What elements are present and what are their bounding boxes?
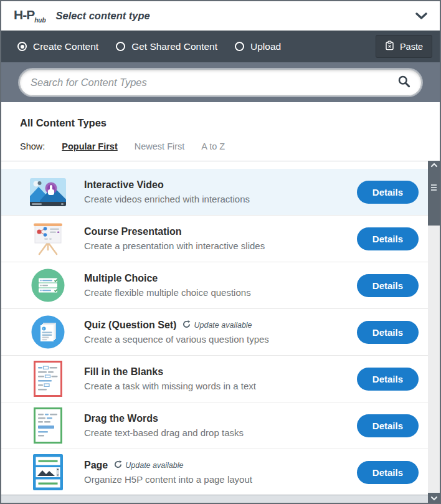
scroll-down-icon: [430, 492, 438, 503]
search-input[interactable]: [31, 77, 397, 88]
content-type-row[interactable]: Fill in the Blanks Update available Crea…: [1, 356, 428, 402]
scrollbar-grip-icon: [428, 184, 440, 191]
row-text: Fill in the Blanks Update available Crea…: [84, 366, 348, 391]
content-type-description: Create a task with missing words in a te…: [84, 381, 348, 391]
radio-circle-icon: [17, 42, 27, 51]
quiz-question-set-icon: [29, 315, 67, 349]
refresh-icon: [183, 320, 191, 330]
sort-a-to-z[interactable]: A to Z: [201, 141, 225, 151]
content-type-row[interactable]: Interactive Video Update available Creat…: [1, 169, 428, 216]
content-type-description: Create a sequence of various question ty…: [84, 334, 348, 345]
content-type-title: Course Presentation: [84, 226, 181, 237]
content-type-title: Multiple Choice: [84, 273, 158, 284]
show-label: Show:: [20, 141, 45, 151]
content-type-list-wrap: Interactive Video Update available Creat…: [1, 161, 440, 495]
details-button[interactable]: Details: [357, 227, 419, 250]
radio-create-content[interactable]: Create Content: [17, 41, 98, 52]
row-text: Page Update available Organize H5P conte…: [84, 460, 348, 485]
row-text: Multiple Choice Update available Create …: [84, 273, 348, 298]
details-button[interactable]: Details: [357, 274, 419, 297]
content-type-description: Create videos enriched with interactions: [84, 194, 348, 204]
update-label: Update available: [125, 461, 183, 470]
paste-label: Paste: [400, 42, 423, 52]
scroll-up-icon[interactable]: [428, 163, 440, 168]
refresh-icon: [114, 460, 122, 470]
update-badge: Update available: [183, 320, 252, 330]
clipboard-paste-icon: [385, 40, 394, 52]
scroll-down-button[interactable]: [428, 493, 440, 503]
content-type-title: Interactive Video: [84, 179, 164, 191]
toolbar: Create Content Get Shared Content Upload…: [1, 31, 440, 62]
content-type-title: Page: [84, 460, 108, 471]
content-type-row[interactable]: Drag the Words Update available Create t…: [1, 402, 428, 449]
page-icon: [29, 454, 67, 490]
sort-row: Show: Popular First Newest First A to Z: [20, 141, 421, 161]
details-button[interactable]: Details: [357, 461, 419, 484]
content-type-description: Create a presentation with interactive s…: [84, 240, 348, 251]
interactive-video-icon: [29, 178, 67, 206]
titlebar: H-Phub Select content type: [1, 1, 440, 31]
content-type-list: Interactive Video Update available Creat…: [1, 161, 440, 495]
content-type-row[interactable]: Page Update available Organize H5P conte…: [1, 449, 428, 495]
row-text: Quiz (Question Set) Update available Cre…: [84, 320, 348, 345]
radio-upload[interactable]: Upload: [235, 41, 281, 52]
details-button[interactable]: Details: [357, 414, 419, 437]
update-label: Update available: [194, 321, 252, 330]
radio-get-shared-content[interactable]: Get Shared Content: [116, 41, 217, 52]
content-type-row[interactable]: Multiple Choice Update available Create …: [1, 262, 428, 309]
scrollbar-thumb[interactable]: [428, 161, 440, 226]
content-type-description: Organize H5P content into a page layout: [84, 474, 348, 485]
content-type-description: Create text-based drag and drop tasks: [84, 427, 348, 438]
dialog-title: Select content type: [56, 10, 150, 22]
row-text: Course Presentation Update available Cre…: [84, 226, 348, 251]
paste-button[interactable]: Paste: [376, 35, 432, 58]
collapse-chevron-icon[interactable]: [415, 12, 427, 20]
radio-circle-icon: [116, 42, 125, 51]
course-presentation-icon: [29, 222, 67, 255]
search-pill: [19, 69, 422, 96]
radio-circle-icon: [235, 42, 244, 51]
h5p-hub-dialog: H-Phub Select content type Create Conten…: [0, 0, 441, 504]
search-band: [1, 62, 440, 102]
details-button[interactable]: Details: [357, 368, 419, 391]
content-type-row[interactable]: Course Presentation Update available Cre…: [1, 216, 428, 262]
details-button[interactable]: Details: [357, 321, 419, 344]
content-header: All Content Types Show: Popular First Ne…: [1, 102, 440, 161]
multiple-choice-icon: [29, 269, 67, 302]
search-icon: [397, 75, 410, 90]
content-type-title: Fill in the Blanks: [84, 366, 163, 378]
radio-label: Upload: [250, 41, 281, 52]
update-badge: Update available: [114, 460, 183, 470]
row-text: Interactive Video Update available Creat…: [84, 179, 348, 204]
drag-the-words-icon: [29, 407, 67, 444]
content-type-title: Quiz (Question Set): [84, 320, 176, 331]
h5p-logo: H-Phub: [14, 7, 46, 24]
radio-label: Create Content: [33, 41, 98, 52]
scrollbar[interactable]: [428, 161, 440, 503]
radio-label: Get Shared Content: [131, 41, 217, 52]
content-types-heading: All Content Types: [20, 117, 421, 129]
row-text: Drag the Words Update available Create t…: [84, 413, 348, 438]
sort-newest-first[interactable]: Newest First: [135, 141, 185, 151]
sort-popular-first[interactable]: Popular First: [62, 141, 117, 151]
content-type-title: Drag the Words: [84, 413, 158, 424]
bottom-strip: [1, 495, 440, 503]
content-type-row[interactable]: Quiz (Question Set) Update available Cre…: [1, 309, 428, 356]
fill-in-the-blanks-icon: [29, 361, 67, 397]
details-button[interactable]: Details: [357, 181, 419, 204]
content-type-description: Create flexible multiple choice question…: [84, 287, 348, 298]
